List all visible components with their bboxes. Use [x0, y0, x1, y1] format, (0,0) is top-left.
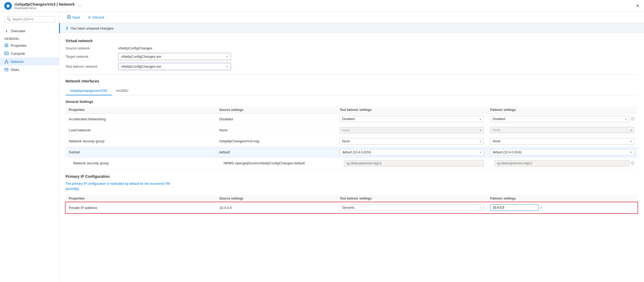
primary-ip-section: Primary IP Configuration The primary IP … — [66, 174, 638, 213]
private-ip-test-failover-dropdown[interactable]: Dynamic ✓ — [340, 204, 484, 211]
nsg-source: rishjaIlpChangesVm3-nsg — [216, 136, 337, 147]
subnet-test-failover: default (10.4.0.0/24) ∨ — [337, 147, 487, 158]
subnet-nsg-property: Network security group — [66, 158, 216, 169]
sidebar-search-container: 🔍 — [4, 16, 55, 23]
chevron-down-icon: ∨ — [630, 151, 632, 154]
private-ip-test-failover: Dynamic ✓ — [337, 202, 487, 213]
lb-failover-dropdown[interactable]: None ∨ — [490, 127, 634, 133]
sidebar-item-overview[interactable]: ℹ Overview — [0, 27, 59, 35]
test-failover-network-dropdown[interactable]: vNetIpConfigChanges-asr ∨ — [118, 63, 231, 70]
accel-net-test-failover: Disabled ∨ — [337, 114, 487, 125]
main-layout: 🔍 « ℹ Overview General Properties Comput… — [0, 12, 644, 282]
target-network-dropdown-value: vNetIpConfigChanges-asr — [121, 55, 161, 59]
save-label: Save — [72, 15, 80, 19]
app-icon — [4, 2, 12, 10]
tab-nic1[interactable]: rishjaIipchangesvm3292 — [66, 86, 112, 95]
svg-point-6 — [6, 60, 7, 61]
table-row: Subnet default default (10.4.0.0/24) ∨ — [66, 147, 638, 158]
compute-label: Compute — [11, 52, 25, 56]
target-network-dropdown[interactable]: vNetIpConfigChanges-asr ∨ — [118, 53, 231, 60]
disks-label: Disks — [11, 68, 19, 72]
nsg-test-failover-dropdown[interactable]: None ∨ — [340, 138, 484, 144]
info-icon: ⓘ — [631, 117, 634, 121]
subnet-failover-dropdown[interactable]: default (10.4.0.0/24) ∨ — [490, 149, 634, 156]
test-failover-network-value: vNetIpConfigChanges-asr — [121, 64, 161, 68]
subnet-nsg-failover: rg-cleanupservice-nsg11 ⓘ — [487, 158, 638, 169]
subnet-failover: default (10.4.0.0/24) ∨ — [487, 147, 638, 158]
accel-net-failover-dropdown[interactable]: Disabled ∨ — [490, 116, 629, 122]
discard-icon: ✕ — [88, 15, 91, 20]
top-bar-left: rishjaIlpChangesVm3 | Network Replicated… — [4, 2, 81, 10]
table-header-row: Properties Source settings Test failover… — [66, 106, 638, 114]
lb-test-failover-dropdown[interactable]: None ∨ — [340, 127, 484, 133]
private-ip-input[interactable] — [490, 204, 538, 211]
svg-rect-5 — [5, 53, 8, 54]
title-area: rishjaIlpChangesVm3 | Network Replicated… — [15, 2, 75, 10]
svg-line-10 — [6, 61, 8, 62]
sidebar-item-network[interactable]: Network — [0, 57, 59, 66]
network-interfaces-title: Network interfaces — [66, 79, 638, 83]
lb-source: None — [216, 125, 337, 136]
tab-nic2[interactable]: vm3NIC — [112, 86, 133, 95]
nsg-property: Network security group — [66, 136, 216, 147]
chevron-down-icon: ∨ — [479, 118, 481, 121]
chevron-down-icon: ∨ — [479, 129, 481, 132]
page-title: rishjaIlpChangesVm3 | Network — [15, 2, 75, 6]
table-row: Network security group NRMS-2pecgwj5zson… — [66, 158, 638, 169]
private-ip-input-container: ✓ — [490, 204, 634, 211]
disks-icon — [4, 67, 9, 72]
test-failover-network-label: Test failover network — [66, 64, 114, 68]
chevron-down-icon: ∨ — [625, 118, 627, 121]
discard-button[interactable]: ✕ Discard — [86, 14, 106, 21]
svg-rect-1 — [5, 44, 8, 44]
chevron-down-icon: ∨ — [630, 140, 632, 143]
primary-ip-note: The primary IP configuration is replicat… — [66, 182, 638, 186]
col-failover: Failover settings — [487, 106, 638, 114]
discard-label: Discard — [92, 15, 104, 19]
more-options-button[interactable]: ··· — [77, 3, 81, 9]
sidebar-item-properties[interactable]: Properties — [0, 41, 59, 49]
table-row: Load balancer None None ∨ None — [66, 125, 638, 136]
col-test-failover: Test failover settings — [337, 195, 487, 202]
lb-failover: None ∨ — [487, 125, 638, 136]
properties-icon — [4, 43, 9, 48]
subnet-nsg-source: NRMS-2pecgwj5zsoncvNetIpConfigChanges-de… — [216, 158, 337, 169]
general-settings-table: Properties Source settings Test failover… — [66, 106, 638, 169]
search-input[interactable] — [12, 17, 53, 21]
subnet-nsg-test-failover-dropdown[interactable]: rg-cleanupservice-nsg11 — [344, 160, 484, 167]
subnet-test-failover-dropdown[interactable]: default (10.4.0.0/24) ∨ — [340, 149, 484, 156]
content-body: Virtual network Source network vNetIpCon… — [59, 33, 644, 219]
sidebar-item-disks[interactable]: Disks — [0, 66, 59, 74]
unsaved-changes-banner: ℹ You have unsaved changes. — [59, 23, 644, 33]
search-icon: 🔍 — [7, 17, 11, 21]
sidebar-item-compute[interactable]: Compute — [0, 49, 59, 57]
properties-label: Properties — [11, 44, 27, 48]
subnet-property: Subnet — [66, 147, 216, 158]
nsg-failover-dropdown[interactable]: None ∨ — [490, 138, 634, 144]
accel-net-failover: Disabled ∨ ⓘ — [487, 114, 638, 125]
save-button[interactable]: Save — [66, 14, 82, 21]
table-row: Network security group rishjaIlpChangesV… — [66, 136, 638, 147]
chevron-down-icon: ∨ — [630, 129, 632, 132]
table-row: Private IP address 10.4.0.5 Dynamic ✓ — [66, 202, 638, 213]
svg-point-11 — [5, 68, 8, 70]
chevron-down-icon: ✓ — [479, 206, 481, 209]
toolbar: Save ✕ Discard — [59, 12, 644, 23]
target-network-label: Target network — [66, 55, 114, 59]
divider-1 — [66, 74, 638, 75]
close-button[interactable]: ✕ — [636, 3, 640, 9]
sidebar: 🔍 « ℹ Overview General Properties Comput… — [0, 12, 59, 282]
accel-net-test-failover-dropdown[interactable]: Disabled ∨ — [340, 116, 484, 122]
private-ip-property: Private IP address — [66, 202, 216, 213]
chevron-down-icon: ∨ — [226, 65, 228, 68]
network-label: Network — [11, 60, 24, 64]
private-ip-source: 10.4.0.5 — [216, 202, 337, 213]
svg-line-9 — [5, 61, 6, 62]
content-area: ℹ You have unsaved changes. Virtual netw… — [59, 23, 644, 282]
nsg-test-failover: None ∨ — [337, 136, 487, 147]
ipconfig-link[interactable]: ipconfig1 — [66, 187, 638, 191]
source-network-value: vNetIpConfigChanges — [118, 46, 152, 50]
private-ip-failover: ✓ — [487, 202, 638, 213]
target-network-row: Target network vNetIpConfigChanges-asr ∨ — [66, 53, 638, 60]
subnet-nsg-test-failover: rg-cleanupservice-nsg11 — [337, 158, 487, 169]
